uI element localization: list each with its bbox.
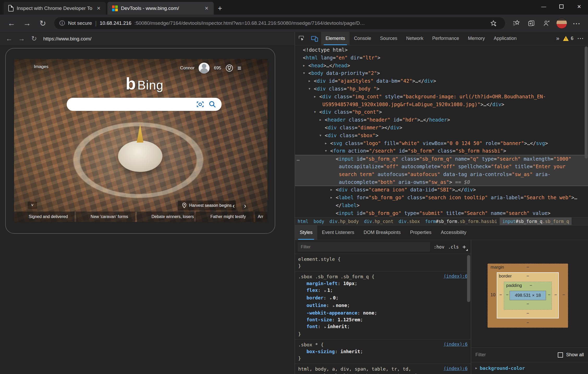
inspect-element-button[interactable]: [295, 32, 308, 45]
style-rule[interactable]: .sbox * {(index):6box-sizing: inherit;}: [295, 340, 471, 364]
cast-url-field[interactable]: https://www.bing.com/: [43, 36, 91, 42]
dom-tree-line[interactable]: ▶<div class="img_cont" style="background…: [295, 93, 588, 101]
carousel-prev-icon[interactable]: ‹: [232, 202, 235, 210]
expand-arrow-icon[interactable]: ▶: [329, 297, 333, 300]
dom-tree-line[interactable]: <html lang="en" dir="ltr">: [295, 54, 588, 62]
dom-tree-line[interactable]: ▶<div id="ajaxStyles" data-bm="42">…</di…: [295, 77, 588, 85]
dom-tree-line[interactable]: ▶<svg class="logo" fill="white" viewBox=…: [295, 140, 588, 147]
reload-button[interactable]: ↻: [36, 16, 50, 30]
url-field[interactable]: ⓘ Not secure | 10.68.241.216 :50080/msed…: [54, 17, 505, 29]
css-property[interactable]: box-sizing: inherit;: [298, 348, 468, 355]
css-property[interactable]: outline: ▶none;: [298, 302, 468, 310]
warning-icon[interactable]: !: [563, 36, 569, 41]
tab-network[interactable]: Network: [402, 32, 428, 45]
expand-arrow-icon[interactable]: ▶: [320, 116, 321, 124]
expand-arrow-icon[interactable]: ▶: [323, 289, 327, 293]
style-rule[interactable]: element.style {}: [295, 254, 471, 272]
back-button[interactable]: ←: [5, 16, 18, 30]
image-caption[interactable]: Harvest season begins: [178, 201, 236, 210]
border-top-value[interactable]: −: [526, 274, 529, 279]
dom-tree-line[interactable]: autocapitalize="off" autocomplete="off" …: [295, 163, 588, 171]
browser-menu-button[interactable]: ⋯: [570, 17, 583, 30]
styles-filter-input[interactable]: Filter: [298, 242, 430, 252]
bing-avatar[interactable]: [199, 63, 210, 74]
margin-bottom-value[interactable]: −: [526, 320, 529, 325]
window-minimize-button[interactable]: —: [535, 0, 553, 13]
breadcrumb-item[interactable]: div.hp_cont: [362, 218, 396, 225]
dom-tree-line[interactable]: ▼<div class="hp_body ">: [295, 85, 588, 93]
stylesheet-link[interactable]: (index):6: [444, 366, 468, 371]
expand-arrow-icon[interactable]: ▶: [330, 194, 332, 202]
hamburger-menu-icon[interactable]: ≡: [237, 64, 241, 72]
border-right-value[interactable]: −: [554, 292, 557, 298]
margin-top-value[interactable]: −: [526, 265, 529, 270]
favorites-button[interactable]: [510, 17, 523, 30]
expand-arrow-icon[interactable]: ▶: [475, 366, 477, 370]
css-property[interactable]: font-size: 1.125rem;: [298, 316, 468, 323]
bing-search-input[interactable]: [67, 98, 222, 111]
news-item[interactable]: Father might testify: [196, 212, 254, 222]
css-property[interactable]: flex: ▶1;: [298, 287, 468, 294]
browser-tab-active[interactable]: DevTools - www.bing.com/ ✕: [107, 2, 214, 15]
window-close-button[interactable]: ✕: [570, 0, 588, 13]
cast-reload-button[interactable]: ↻: [29, 33, 40, 44]
bing-rewards-points[interactable]: 695: [214, 65, 221, 71]
expand-arrow-icon[interactable]: ▶: [314, 93, 316, 101]
tab-performance[interactable]: Performance: [428, 32, 463, 45]
dom-tree-line[interactable]: ▼<body data-priority="2">: [295, 69, 588, 77]
browser-tab-inactive[interactable]: Inspect with Chrome Developer To ✕: [4, 2, 106, 15]
rewards-trophy-icon[interactable]: [225, 64, 233, 72]
bing-images-link[interactable]: Images: [34, 64, 48, 69]
computed-property-row[interactable]: ▶ background-color: [471, 362, 588, 374]
tab-console[interactable]: Console: [350, 32, 376, 45]
dom-tree-line[interactable]: search term" autofocus="autofocus" data-…: [295, 171, 588, 178]
styles-scrollbar-thumb[interactable]: [467, 255, 470, 302]
margin-left-value[interactable]: 10: [491, 292, 495, 298]
tab-event-listeners[interactable]: Event Listeners: [317, 225, 359, 240]
padding-bottom-value[interactable]: −: [526, 301, 529, 307]
forward-button[interactable]: →: [20, 16, 34, 30]
collapse-arrow-icon[interactable]: ▼: [320, 132, 321, 140]
tab-application[interactable]: Application: [489, 32, 521, 45]
new-style-rule-button[interactable]: +: [462, 243, 468, 251]
css-property[interactable]: border: ▶0;: [298, 294, 468, 302]
tab-close-icon[interactable]: ✕: [204, 5, 210, 11]
tab-dom-breakpoints[interactable]: DOM Breakpoints: [359, 225, 405, 240]
dom-tree-line[interactable]: ▶<div class="camera icon" data-iid="SBI"…: [295, 186, 588, 194]
tab-memory[interactable]: Memory: [463, 32, 489, 45]
styles-scrollbar[interactable]: [467, 255, 470, 373]
css-property[interactable]: -webkit-appearance: none;: [298, 310, 468, 316]
dom-tree-line[interactable]: autocomplete="both" aria-owns="sw_as"> =…: [295, 178, 588, 186]
tab-elements[interactable]: Elements: [321, 32, 350, 45]
dom-tree-line[interactable]: ▶<head>…</head>: [295, 62, 588, 70]
collections-button[interactable]: [525, 17, 538, 30]
profile-button[interactable]: [540, 17, 553, 30]
bing-homepage-screencast[interactable]: Images Connor 695 ≡ b Bing: [14, 59, 267, 222]
news-item[interactable]: New 'caravan' forms: [76, 212, 136, 222]
collapse-chevron-button[interactable]: ˅: [28, 202, 37, 209]
stylesheet-link[interactable]: (index):6: [444, 342, 468, 347]
collapse-arrow-icon[interactable]: ▼: [309, 85, 310, 93]
dom-tree-line[interactable]: …<input id="sb_form_q" class="sb_form_q"…: [295, 155, 588, 163]
collapse-arrow-icon[interactable]: ▼: [303, 69, 305, 77]
margin-right-value[interactable]: −: [562, 292, 565, 298]
dom-tree-line[interactable]: <input id="sb_form_go" type="submit" tit…: [295, 209, 588, 217]
computed-filter-input[interactable]: Filter: [475, 352, 555, 358]
cast-back-button[interactable]: ←: [4, 33, 15, 44]
dom-tree-line[interactable]: ▶<header class="header" id="hdr">…</head…: [295, 116, 588, 124]
new-tab-button[interactable]: +: [214, 2, 226, 15]
visual-search-camera-icon[interactable]: [196, 101, 204, 108]
breadcrumb-item[interactable]: html: [295, 218, 311, 225]
collapse-arrow-icon[interactable]: ▼: [325, 147, 327, 155]
more-tabs-button[interactable]: »: [556, 35, 559, 42]
border-left-value[interactable]: −: [499, 292, 502, 298]
search-icon[interactable]: [209, 100, 216, 108]
dom-tree-line[interactable]: ▼<div class="sbox">: [295, 132, 588, 140]
expand-arrow-icon[interactable]: ▶: [325, 140, 327, 147]
padding-top-value[interactable]: −: [530, 283, 532, 288]
padding-right-value[interactable]: −: [548, 292, 550, 298]
news-item[interactable]: Signed and delivered: [14, 212, 75, 222]
breadcrumb-item[interactable]: input#sb_form_q.sb_form_q: [500, 218, 572, 225]
padding-left-value[interactable]: −: [506, 292, 509, 298]
cast-forward-button[interactable]: →: [16, 33, 27, 44]
